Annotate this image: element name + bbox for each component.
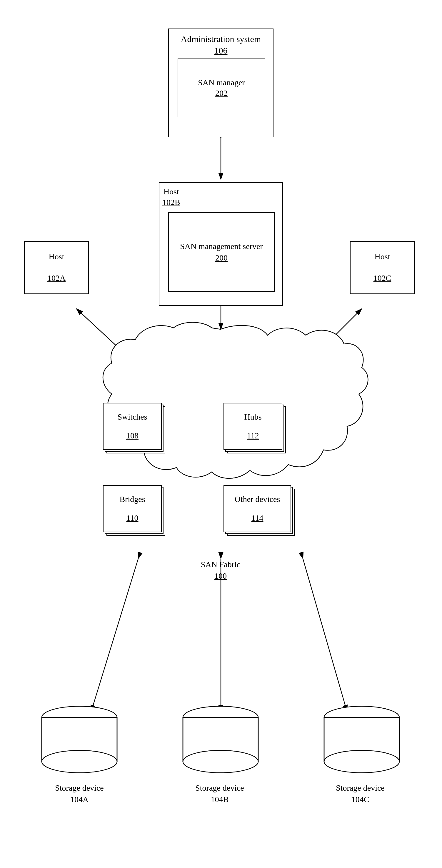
storage-104b-number: 104B: [211, 795, 229, 804]
san-manager-number: 202: [215, 89, 228, 98]
other-devices-label: Other devices: [235, 495, 280, 504]
storage-104a-number: 104A: [70, 795, 89, 804]
administration-system-box: Administration system 106 SAN manager 20…: [168, 29, 274, 137]
host-102a-number: 102A: [48, 273, 66, 283]
storage-104c-number: 104C: [351, 795, 369, 804]
storage-104c-cylinder: [323, 706, 400, 776]
switches-label: Switches: [117, 412, 147, 422]
san-mgmt-number: 200: [215, 253, 228, 262]
host-102b-box: Host 102B SAN management server 200: [159, 182, 283, 306]
svg-line-8: [303, 559, 347, 712]
admin-system-number: 106: [214, 45, 228, 55]
storage-104a-cylinder: [41, 706, 118, 776]
san-fabric-text: SAN Fabric: [201, 560, 241, 569]
bridges-number: 110: [126, 514, 138, 523]
host-102a-label: Host: [49, 251, 64, 262]
storage-104c-label: Storage device 104C: [328, 782, 392, 805]
host-102c-label: Host: [375, 251, 390, 262]
storage-104a-text: Storage device: [55, 783, 104, 793]
san-fabric-label: SAN Fabric 100: [173, 559, 267, 582]
hubs-label: Hubs: [244, 412, 261, 422]
admin-system-label: Administration system: [181, 34, 261, 44]
diagram: Administration system 106 SAN manager 20…: [0, 0, 442, 868]
storage-104c-text: Storage device: [336, 783, 385, 793]
svg-point-16: [183, 750, 258, 773]
storage-104b-text: Storage device: [195, 783, 244, 793]
bridges-label: Bridges: [119, 495, 145, 504]
storage-104a-label: Storage device 104A: [47, 782, 112, 805]
host-102c-number: 102C: [374, 273, 391, 283]
hubs-number: 112: [247, 431, 259, 440]
san-fabric-number: 100: [214, 571, 227, 581]
switches-number: 108: [126, 431, 138, 440]
san-manager-label: SAN manager: [198, 78, 245, 87]
svg-line-6: [91, 559, 138, 712]
storage-104b-label: Storage device 104B: [187, 782, 252, 805]
san-mgmt-server-box: SAN management server 200: [168, 212, 275, 292]
host-102b-label: Host: [163, 187, 179, 196]
san-manager-box: SAN manager 202: [178, 59, 265, 117]
storage-104b-cylinder: [182, 706, 259, 776]
san-mgmt-label: SAN management server: [180, 242, 263, 251]
host-102b-number: 102B: [162, 197, 180, 207]
svg-point-11: [42, 750, 117, 773]
host-102a-box: Host 102A: [24, 241, 89, 294]
svg-point-21: [324, 750, 399, 773]
other-devices-number: 114: [251, 514, 263, 523]
host-102c-box: Host 102C: [350, 241, 415, 294]
